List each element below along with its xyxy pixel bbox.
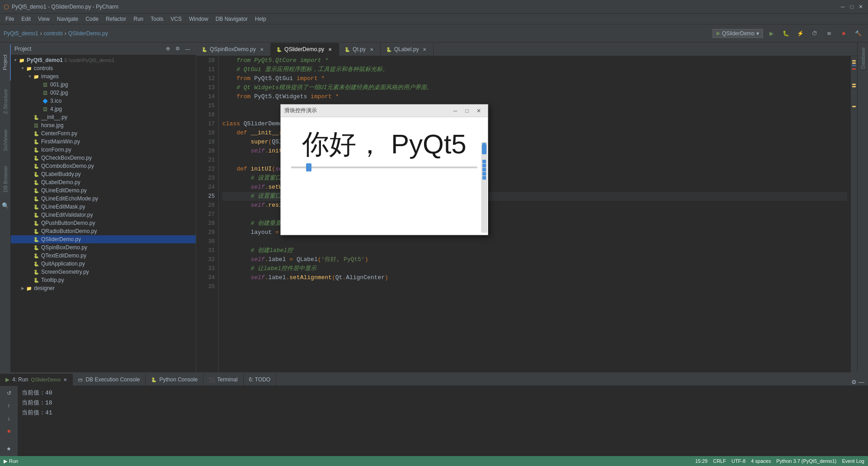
scroll-up-button[interactable]: ↑ — [4, 400, 14, 411]
tab-qt[interactable]: 🐍 Qt.py ✕ — [339, 43, 381, 56]
menu-edit[interactable]: Edit — [18, 15, 34, 23]
settings-button[interactable]: ⚙ — [173, 44, 182, 53]
stop-process-button[interactable]: ■ — [4, 426, 14, 437]
float-close-button[interactable]: ✕ — [473, 106, 484, 115]
tab-qspinboxdemo[interactable]: 🐍 QSpinBoxDemo.py ✕ — [196, 43, 271, 56]
menu-view[interactable]: View — [34, 15, 53, 23]
breadcrumb-folder[interactable]: controls — [44, 30, 63, 37]
menu-navigate[interactable]: Navigate — [53, 15, 82, 23]
tree-screengeo[interactable]: 🐍 ScreenGeometry.py — [11, 268, 196, 276]
run-button[interactable]: ▶ — [765, 27, 778, 40]
collapse-all-button[interactable]: — — [183, 44, 192, 53]
menu-tools[interactable]: Tools — [147, 15, 167, 23]
tree-images[interactable]: ▼ 📁 images — [11, 72, 196, 81]
tree-quitapp[interactable]: 🐍 QuitApplication.py — [11, 260, 196, 268]
run-config-selector[interactable]: ▶ QSliderDemo ▾ — [712, 29, 763, 38]
tree-4jpg[interactable]: 🖼 4.jpg — [11, 105, 196, 113]
breadcrumb-file[interactable]: QSliderDemo.py — [68, 30, 108, 37]
python-console-tab[interactable]: 🐍 Python Console — [146, 374, 203, 385]
tree-qtextedit[interactable]: 🐍 QTextEditDemo.py — [11, 252, 196, 260]
tree-qpushbutton[interactable]: 🐍 QPushButtonDemo.py — [11, 219, 196, 227]
tree-qradiobutton[interactable]: 🐍 QRadioButtonDemo.py — [11, 227, 196, 235]
linenum-19: 19 — [208, 138, 215, 147]
tree-qcombobox[interactable]: 🐍 QComboBoxDemo.py — [11, 162, 196, 170]
sidebar-project-icon[interactable]: Project — [0, 44, 11, 81]
menu-code[interactable]: Code — [82, 15, 102, 23]
dbexec-tab[interactable]: 🗃 DB Execution Console — [73, 374, 146, 385]
run-tab[interactable]: ▶ 4: Run QSliderDemo ✕ — [0, 374, 73, 385]
status-crlf[interactable]: CRLF — [713, 458, 726, 464]
build-button[interactable]: 🔨 — [852, 27, 864, 40]
tree-qlabeldemo[interactable]: 🐍 QLabelDemo.py — [11, 178, 196, 186]
menu-vcs[interactable]: VCS — [167, 15, 185, 23]
float-maximize-button[interactable]: □ — [462, 106, 472, 115]
breadcrumb-root[interactable]: PyQt5_demo1 — [4, 30, 38, 37]
floating-vscroll[interactable] — [481, 142, 487, 233]
menu-file[interactable]: File — [2, 15, 18, 23]
right-sidebar-databases[interactable]: Database — [858, 44, 868, 71]
tree-3ico[interactable]: 🔷 3.ico — [11, 97, 196, 105]
panel-minimize-button[interactable]: — — [859, 379, 864, 385]
tree-002jpg[interactable]: 🖼 002.jpg — [11, 89, 196, 97]
maximize-button[interactable]: □ — [848, 3, 855, 10]
run-config-icon: ▶ — [717, 30, 720, 36]
qspinbox-tab-close[interactable]: ✕ — [259, 46, 265, 52]
status-encoding[interactable]: UTF-8 — [731, 458, 745, 464]
tree-iconform[interactable]: 🐍 IconForm.py — [11, 146, 196, 154]
stop-button[interactable]: ■ — [837, 27, 850, 40]
favorites-button[interactable]: ★ — [4, 443, 14, 454]
profile-button[interactable]: ⏱ — [808, 27, 821, 40]
minimize-button[interactable]: ─ — [839, 3, 846, 10]
add-file-button[interactable]: ⊕ — [163, 44, 172, 53]
tab-qlabel[interactable]: 🐍 QLabel.py ✕ — [381, 43, 434, 56]
tree-qlabelbuddy[interactable]: 🐍 QLabelBuddy.py — [11, 170, 196, 178]
tree-centerform[interactable]: 🐍 CenterForm.py — [11, 129, 196, 138]
terminal-tab[interactable]: ⬛ Terminal — [203, 374, 243, 385]
linenum-18: 18 — [208, 128, 215, 138]
sidebar-dbrowser-icon[interactable]: DB Browser — [0, 161, 11, 197]
status-python[interactable]: Python 3.7 (PyQt5_demo1) — [776, 458, 836, 464]
tree-qlineeditdemo[interactable]: 🐍 QLineEditDemo.py — [11, 186, 196, 195]
todo-tab[interactable]: 6: TODO — [244, 374, 277, 385]
tab-qsliderdemo[interactable]: 🐍 QSliderDemo.py ✕ — [271, 43, 339, 56]
panel-settings-button[interactable]: ⚙ — [851, 379, 857, 385]
sidebar-services-icon[interactable]: SciViewer — [0, 122, 11, 158]
tree-horsejpg[interactable]: 🖼 horse.jpg — [11, 121, 196, 129]
tree-qlineeditvali[interactable]: 🐍 QLineEditValidator.py — [11, 211, 196, 219]
coverage-button[interactable]: ⚡ — [794, 27, 807, 40]
status-line-col[interactable]: 15:29 — [695, 458, 708, 464]
qt-tab-close[interactable]: ✕ — [368, 46, 375, 52]
menu-window[interactable]: Window — [185, 15, 212, 23]
concurrency-button[interactable]: ≋ — [823, 27, 835, 40]
status-indent[interactable]: 4 spaces — [751, 458, 771, 464]
rerun-button[interactable]: ↺ — [4, 388, 14, 399]
floating-slider-thumb[interactable] — [306, 163, 311, 171]
tree-qspinbox[interactable]: 🐍 QSpinBoxDemo.py — [11, 243, 196, 252]
tree-designer[interactable]: ▶ 📁 designer — [11, 284, 196, 292]
tree-001jpg[interactable]: 🖼 001.jpg — [11, 81, 196, 89]
float-minimize-button[interactable]: ─ — [450, 106, 461, 115]
debug-button[interactable]: 🐛 — [779, 27, 792, 40]
sidebar-search-icon[interactable]: 🔍 — [0, 200, 11, 211]
close-button[interactable]: ✕ — [857, 3, 864, 10]
sidebar-structure-icon[interactable]: Z-Structure — [0, 83, 11, 119]
tree-firstmainwin[interactable]: 🐍 FirstMainWin.py — [11, 138, 196, 146]
run-tab-close[interactable]: ✕ — [63, 377, 67, 382]
qslider-tab-close[interactable]: ✕ — [327, 46, 333, 52]
tree-tooltip[interactable]: 🐍 Tooltip.py — [11, 276, 196, 284]
menu-run[interactable]: Run — [130, 15, 147, 23]
menu-help[interactable]: Help — [251, 15, 270, 23]
tree-qcheckbox[interactable]: 🐍 QCheckBoxDemo.py — [11, 154, 196, 162]
tree-controls[interactable]: ▼ 📁 controls — [11, 64, 196, 72]
scroll-down-button[interactable]: ↓ — [4, 413, 14, 424]
qlabel-tab-close[interactable]: ✕ — [421, 46, 428, 52]
tree-qlineeditech[interactable]: 🐍 QLineEditEchoMode.py — [11, 195, 196, 203]
menu-dbnavigator[interactable]: DB Navigator — [212, 15, 251, 23]
tree-qsliderdemo[interactable]: 🐍 QSliderDemo.py — [11, 235, 196, 243]
tree-qlineeditmask[interactable]: 🐍 QLineEditMask.py — [11, 203, 196, 211]
status-event-log[interactable]: Event Log — [842, 458, 864, 464]
menu-refactor[interactable]: Refactor — [102, 15, 130, 23]
tree-root[interactable]: ▼ 📁 PyQt5_demo1 E:\code\PyQt5_demo1 — [11, 56, 196, 64]
tree-init[interactable]: 🐍 __init__.py — [11, 113, 196, 121]
code-line-33: # 让label控件居中显示 — [222, 264, 847, 273]
